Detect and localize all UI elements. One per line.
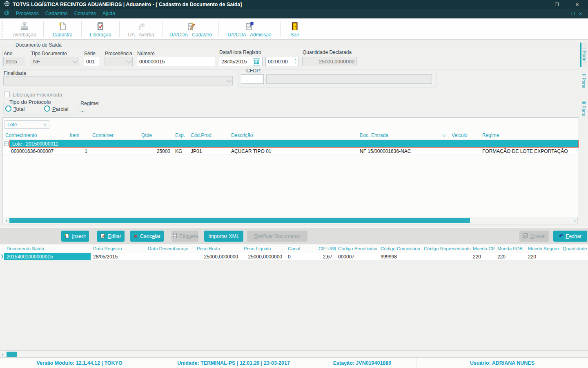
- finalidade-label: Finalidade: [4, 70, 26, 76]
- column-header-codprod[interactable]: Cód.Prod.: [188, 131, 229, 139]
- toolbar-label: DA/CDA - Admissão: [227, 32, 271, 38]
- ano-field: 2015: [3, 57, 25, 66]
- column-header-veiculo[interactable]: Veiculo: [449, 131, 480, 139]
- column-header-cif-usd[interactable]: CIF US$: [316, 245, 336, 253]
- minimize-icon[interactable]: —: [534, 0, 539, 9]
- calendar-icon[interactable]: [253, 58, 260, 65]
- column-header-canal[interactable]: Canal: [285, 245, 316, 253]
- column-header-data-desembaraco[interactable]: Data Desembaraço: [145, 245, 194, 253]
- scrollbar-thumb[interactable]: [9, 218, 470, 223]
- cell-doc-entrada: NF 15/000001636-NAC: [357, 148, 449, 155]
- child-minimize-icon[interactable]: —: [563, 11, 567, 16]
- column-header-data-registro[interactable]: Data Registro: [91, 245, 145, 253]
- toolbar-cadastra-button[interactable]: Cadastra: [44, 19, 81, 39]
- editar-button[interactable]: Editar: [97, 231, 125, 242]
- collapse-group-icon[interactable]: −: [4, 141, 9, 146]
- grid-horizontal-scrollbar[interactable]: ‹ ›: [4, 217, 578, 224]
- hora-registro-field[interactable]: 00:00:00 ˄ ˅: [265, 57, 299, 66]
- child-close-icon[interactable]: ✕: [579, 11, 582, 16]
- tab-label: I Parte: [582, 48, 587, 61]
- menu-consultas[interactable]: Consultas: [74, 11, 96, 16]
- radio-total-label: Total: [13, 106, 24, 112]
- button-label: Retificar Documento: [254, 233, 300, 239]
- column-header-item[interactable]: Item: [67, 131, 90, 139]
- importar-xml-button[interactable]: Importar XML: [204, 231, 243, 242]
- toolbar-dacda-admissao-button[interactable]: DA/CDA - Admissão: [219, 19, 280, 39]
- tab-ii-parte[interactable]: II Parte: [580, 70, 587, 93]
- column-header-peso-liquido[interactable]: Peso Liquido: [241, 245, 285, 253]
- serie-field[interactable]: 001: [84, 57, 100, 66]
- radio-parcial-label: Parcial: [52, 106, 69, 112]
- retificar-documento-button: Retificar Documento: [247, 231, 307, 242]
- column-header-conhecimento[interactable]: Conhecimento: [3, 131, 67, 139]
- column-header-container[interactable]: Container: [90, 131, 139, 139]
- radio-parcial[interactable]: [44, 105, 50, 112]
- column-header-moeda-seguro[interactable]: Moeda Seguro: [526, 245, 560, 253]
- toolbar-label: DA/CDA - Cadastro: [169, 32, 212, 38]
- group-row[interactable]: Lote : 201500000011: [9, 140, 579, 148]
- grid-row[interactable]: 000001636-000007 1 25000 KG JP01 AÇUCAR …: [3, 148, 579, 155]
- column-header-doc-entrada[interactable]: Doc. Entrada ▽: [357, 131, 449, 139]
- time-spinner[interactable]: ˄ ˅: [293, 59, 296, 64]
- column-header-documento-saida[interactable]: Documento Saída: [4, 245, 91, 253]
- scroll-left-icon[interactable]: ‹: [6, 218, 7, 224]
- bottom-grid-row[interactable]: ❯ 20154001000000015 28/05/2015 25000,000…: [0, 253, 588, 260]
- column-header-descricao[interactable]: Descrição: [229, 131, 357, 139]
- tipo-documento-label: Tipo Documento: [31, 51, 67, 56]
- spinner-down-icon[interactable]: ˅: [294, 62, 296, 64]
- cfop-mask-field[interactable]: _,___: [241, 74, 264, 84]
- tipo-protocolo-title: Tipo do Protocolo: [8, 99, 52, 105]
- menu-ajuda[interactable]: Ajuda: [102, 11, 115, 16]
- data-registro-field[interactable]: 28/05/2015: [219, 57, 263, 66]
- scroll-left-icon[interactable]: ‹: [2, 352, 3, 357]
- scroll-right-icon[interactable]: ›: [574, 218, 576, 224]
- column-header-moeda-fob[interactable]: Moeda FOB: [495, 245, 526, 253]
- bottom-horizontal-scrollbar[interactable]: ‹: [0, 350, 588, 358]
- button-label: Editar: [108, 233, 121, 239]
- toolbar-grip[interactable]: [2, 21, 4, 37]
- column-header-codigo-beneficiario[interactable]: Código Beneficiário: [336, 245, 378, 253]
- toolbar-da-averba-button: DA - Averba: [120, 19, 163, 39]
- column-header-qtde[interactable]: Qtde: [139, 131, 173, 139]
- window-title: TOTVS LOGÍSTICA RECINTOS ADUANEIROS | Ad…: [13, 2, 242, 7]
- inserir-button[interactable]: Inserir: [61, 231, 89, 242]
- close-icon[interactable]: ✕: [575, 0, 579, 9]
- menu-processos[interactable]: Processos: [16, 11, 39, 16]
- window-controls: — ❐ ✕: [534, 0, 584, 9]
- tab-iii-parte[interactable]: III Parte: [580, 96, 587, 121]
- undo-arrow-icon: ↶: [559, 233, 564, 239]
- toolbar-dacda-cadastro-button[interactable]: DA/CDA - Cadastro: [163, 19, 218, 39]
- status-estacao: Estação: JVN019401880: [308, 358, 416, 368]
- sort-descending-icon[interactable]: ▽: [443, 132, 449, 139]
- column-header-codigo-comissaria[interactable]: Código Comissária: [378, 245, 421, 253]
- status-bar: Versão Módulo: 12.1.44.12 | TOKYO Unidad…: [0, 358, 588, 368]
- child-restore-icon[interactable]: ❐: [571, 11, 575, 16]
- sort-ascending-icon[interactable]: △: [43, 122, 47, 127]
- groupbox-title: Documento de Saída: [14, 42, 63, 48]
- scrollbar-thumb[interactable]: [7, 352, 17, 357]
- column-header-regime[interactable]: Regime: [480, 131, 579, 139]
- tab-label: III Parte: [581, 101, 586, 117]
- column-header-peso-bruto[interactable]: Peso Bruto: [194, 245, 241, 253]
- column-header-codigo-representante[interactable]: Código Representante: [421, 245, 470, 253]
- restore-icon[interactable]: ❐: [555, 0, 559, 9]
- column-header-moeda-cif[interactable]: Moeda CIF: [470, 245, 495, 253]
- toolbar-liberacao-button[interactable]: Liberação: [82, 19, 119, 39]
- toolbar-sair-button[interactable]: Sair: [281, 19, 309, 39]
- etiqueta-button: Etiqueta: [172, 231, 198, 242]
- liberacao-fracionada-checkbox[interactable]: [4, 92, 10, 97]
- cancelar-button[interactable]: ✕ Cancelar: [130, 231, 164, 242]
- column-header-esp[interactable]: Esp.: [173, 131, 188, 139]
- bottom-grid-header-row: Documento Saída Data Registro Data Desem…: [0, 245, 588, 253]
- fechar-button[interactable]: ↶ Fechar: [553, 231, 587, 242]
- numero-field[interactable]: 000000015: [137, 57, 215, 66]
- menu-cadastros[interactable]: Cadastros: [45, 11, 68, 16]
- column-header-quantidade[interactable]: Quantidade: [560, 245, 588, 253]
- group-by-chip[interactable]: Lote △: [4, 120, 49, 129]
- cell-peso-bruto: 25000,0000000: [194, 253, 241, 260]
- radio-total[interactable]: [5, 105, 11, 112]
- tab-i-parte[interactable]: I Parte: [580, 43, 587, 67]
- toolbar-label: Sair: [290, 32, 299, 38]
- cell-moeda-cif: 220: [470, 253, 495, 260]
- child-window-controls: — ❐ ✕: [563, 11, 584, 16]
